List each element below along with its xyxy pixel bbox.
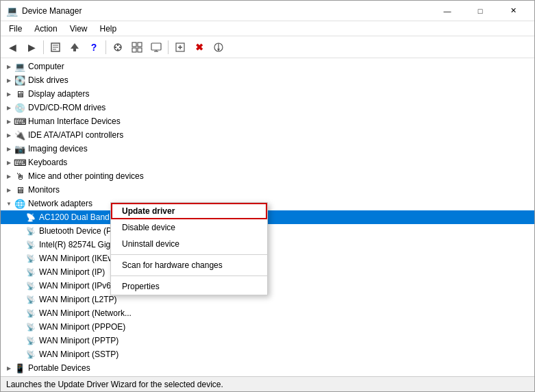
tree-item-dvd[interactable]: 💿 DVD/CD-ROM drives	[1, 101, 534, 114]
status-text: Launches the Update Driver Wizard for th…	[6, 380, 223, 389]
expand-arrow-wan-ipv6	[14, 280, 25, 291]
title-bar: 💻 Device Manager — □ ✕	[1, 1, 534, 21]
ctx-update-driver[interactable]: Update driver	[111, 203, 267, 219]
tree-item-wan-pppoe[interactable]: 📡 WAN Miniport (PPPOE)	[1, 320, 534, 334]
toolbar-back-button[interactable]: ◀	[3, 38, 21, 56]
wan-ikev2-icon: 📡	[25, 253, 36, 264]
tree-label-wan-ikev2: WAN Miniport (IKEv2)	[39, 254, 119, 263]
intel-icon: 📡	[25, 239, 36, 250]
tree-item-mice[interactable]: 🖱 Mice and other pointing devices	[1, 169, 534, 183]
menu-view[interactable]: View	[64, 23, 93, 35]
keyboard-icon: ⌨	[14, 157, 25, 168]
expand-arrow-dvd[interactable]	[3, 102, 14, 113]
expand-arrow-wan-pppoe	[14, 321, 25, 332]
tree-label-mice: Mice and other pointing devices	[28, 171, 144, 181]
tree-label-wan-network: WAN Miniport (Network...	[39, 308, 132, 318]
status-bar: Launches the Update Driver Wizard for th…	[1, 376, 534, 391]
maximize-button[interactable]: □	[464, 1, 496, 21]
menu-help[interactable]: Help	[95, 23, 123, 35]
wan-pptp-icon: 📡	[25, 335, 36, 346]
expand-arrow-network[interactable]	[3, 198, 14, 209]
menu-action[interactable]: Action	[29, 23, 62, 35]
tree-item-wan-sstp[interactable]: 📡 WAN Miniport (SSTP)	[1, 347, 534, 361]
tree-item-imaging[interactable]: 📷 Imaging devices	[1, 142, 534, 156]
monitor-icon: 🖥	[14, 184, 25, 195]
expand-arrow-mice[interactable]	[3, 171, 14, 182]
wan-l2tp-icon: 📡	[25, 294, 36, 305]
window-title: Device Manager	[22, 6, 82, 16]
title-bar-left: 💻 Device Manager	[6, 5, 82, 16]
title-bar-controls: — □ ✕	[432, 1, 529, 21]
minimize-button[interactable]: —	[432, 1, 463, 21]
expand-arrow-disk[interactable]	[3, 75, 14, 86]
tree-label-computer: Computer	[28, 62, 64, 71]
toolbar-display-devices-button[interactable]	[147, 38, 165, 56]
expand-arrow-ac1200	[14, 212, 25, 223]
expand-arrow-wan-sstp	[14, 349, 25, 360]
tree-item-display-adapters[interactable]: 🖥 Display adapters	[1, 87, 534, 101]
expand-arrow-monitors[interactable]	[3, 184, 14, 195]
expand-arrow-wan-ikev2	[14, 253, 25, 264]
svg-rect-14	[151, 43, 161, 50]
toolbar-driver-wizard-button[interactable]	[210, 38, 227, 56]
ctx-properties[interactable]: Properties	[111, 278, 267, 295]
tree-label-disk: Disk drives	[28, 75, 69, 85]
tree-label-monitors: Monitors	[28, 185, 60, 195]
toolbar-scan-button[interactable]	[109, 38, 127, 56]
close-button[interactable]: ✕	[497, 1, 529, 21]
expand-arrow-ide[interactable]	[3, 130, 14, 140]
ac1200-icon: 📡	[25, 212, 36, 223]
tree-item-hid[interactable]: ⌨ Human Interface Devices	[1, 114, 534, 128]
ctx-scan-hardware[interactable]: Scan for hardware changes	[111, 257, 267, 273]
toolbar-expand-all-button[interactable]	[128, 38, 146, 56]
imaging-icon: 📷	[14, 143, 25, 154]
toolbar-properties-button[interactable]	[47, 38, 64, 56]
expand-arrow-imaging[interactable]	[3, 143, 14, 154]
svg-rect-9	[119, 47, 121, 48]
svg-rect-6	[117, 44, 119, 46]
tree-item-wan-network[interactable]: 📡 WAN Miniport (Network...	[1, 306, 534, 320]
toolbar: ◀ ▶ ? ✖	[1, 36, 534, 58]
wan-pppoe-icon: 📡	[25, 321, 36, 332]
tree-label-imaging: Imaging devices	[28, 144, 88, 154]
tree-label-wan-sstp: WAN Miniport (SSTP)	[39, 350, 119, 359]
tree-item-print[interactable]: 🖨 Print queues	[1, 375, 534, 376]
wan-ip-icon: 📡	[25, 267, 36, 278]
tree-item-computer[interactable]: 💻 Computer	[1, 60, 534, 73]
portable-icon: 📱	[14, 363, 25, 373]
tree-item-disk-drives[interactable]: 💽 Disk drives	[1, 73, 534, 87]
tree-label-portable: Portable Devices	[28, 363, 90, 373]
disk-icon: 💽	[14, 75, 25, 86]
toolbar-forward-button[interactable]: ▶	[23, 38, 40, 56]
toolbar-update-driver-button[interactable]	[66, 38, 84, 56]
ide-icon: 🔌	[14, 130, 25, 140]
tree-label-ide: IDE ATA/ATAPI controllers	[28, 130, 123, 140]
menu-bar: File Action View Help	[1, 21, 534, 36]
tree-item-ide[interactable]: 🔌 IDE ATA/ATAPI controllers	[1, 128, 534, 142]
tree-label-wan-ip: WAN Miniport (IP)	[39, 267, 105, 277]
ctx-disable-device[interactable]: Disable device	[111, 219, 267, 236]
context-menu: Update driver Disable device Uninstall d…	[110, 202, 268, 295]
menu-file[interactable]: File	[3, 23, 27, 35]
expand-arrow-bluetooth	[14, 225, 25, 236]
toolbar-remove-button[interactable]: ✖	[190, 38, 208, 56]
tree-item-monitors[interactable]: 🖥 Monitors	[1, 183, 534, 197]
tree-item-wan-pptp[interactable]: 📡 WAN Miniport (PPTP)	[1, 334, 534, 347]
tree-item-keyboards[interactable]: ⌨ Keyboards	[1, 156, 534, 169]
tree-label-display: Display adapters	[28, 89, 89, 99]
ctx-uninstall-device[interactable]: Uninstall device	[111, 236, 267, 252]
expand-arrow-wan-pptp	[14, 335, 25, 346]
toolbar-separator-3	[168, 40, 169, 54]
toolbar-help-button[interactable]: ?	[85, 38, 103, 56]
tree-label-wan-l2tp: WAN Miniport (L2TP)	[39, 295, 117, 304]
svg-marker-4	[71, 43, 79, 51]
expand-arrow-computer[interactable]	[3, 61, 14, 72]
expand-arrow-portable[interactable]	[3, 363, 14, 373]
network-icon: 🌐	[14, 198, 25, 209]
window-icon: 💻	[6, 5, 18, 16]
svg-rect-7	[117, 49, 119, 51]
expand-arrow-display[interactable]	[3, 88, 14, 99]
main-area: 💻 Computer 💽 Disk drives 🖥 Display adapt…	[1, 58, 534, 376]
toolbar-add-button[interactable]	[171, 38, 189, 56]
tree-item-portable[interactable]: 📱 Portable Devices	[1, 361, 534, 375]
